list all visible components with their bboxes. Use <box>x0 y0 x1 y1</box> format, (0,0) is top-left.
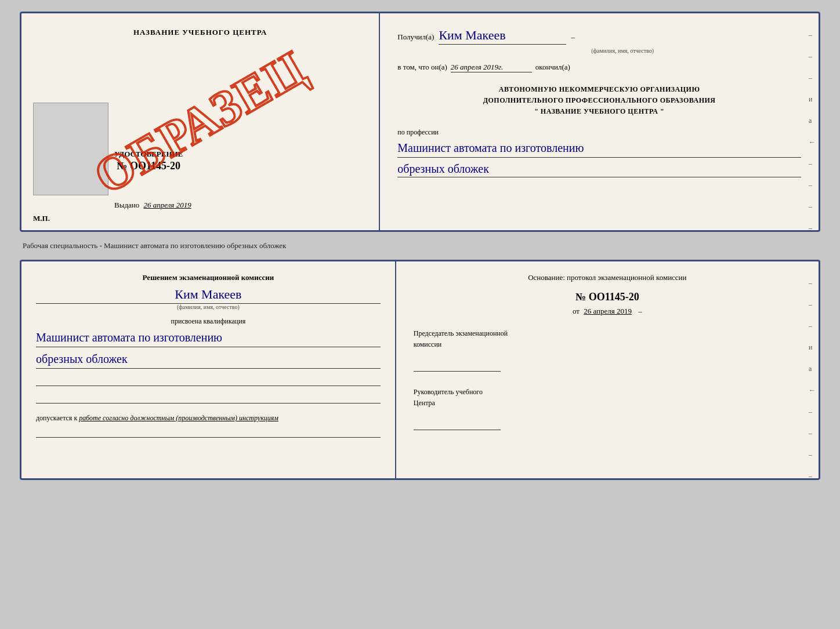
vydano-line: Выдано 26 апреля 2019 <box>114 201 191 210</box>
profession-line2: обрезных обложек <box>397 162 801 177</box>
dash-after-date: – <box>638 307 642 315</box>
udostoverenie-label: УДОСТОВЕРЕНИЕ <box>114 150 183 159</box>
ot-label: от <box>573 307 580 315</box>
protocol-number-bottom: № OO1145-20 <box>414 291 801 303</box>
mp-line: М.П. <box>33 214 50 223</box>
dopuskaetsya-prefix: допускается к <box>36 414 79 422</box>
okonchil-label: окончил(а) <box>535 63 570 72</box>
cert-title: НАЗВАНИЕ УЧЕБНОГО ЦЕНТРА <box>36 28 364 37</box>
udostoverenie-block: УДОСТОВЕРЕНИЕ № OO1145-20 <box>114 150 183 172</box>
v-tom-line: в том, что он(а) 26 апреля 2019г. окончи… <box>397 63 801 72</box>
qualification-line1: Машинист автомата по изготовлению <box>36 329 381 347</box>
completion-date: 26 апреля 2019г. <box>451 63 532 72</box>
poluchil-label: Получил(а) <box>397 32 434 42</box>
po-professii-label: по профессии <box>397 128 801 137</box>
rukovoditel-signature-line <box>414 420 501 430</box>
fio-hint-top: (фамилия, имя, отчество) <box>444 48 801 54</box>
cert-bottom-left: Решением экзаменационной комиссии Ким Ма… <box>21 261 396 478</box>
ot-date-bottom: от 26 апреля 2019 – <box>414 307 801 316</box>
org-line1: АВТОНОМНУЮ НЕКОММЕРЧЕСКУЮ ОРГАНИЗАЦИЮ <box>499 85 700 93</box>
profession-line1: Машинист автомата по изготовлению <box>397 140 801 158</box>
v-tom-label: в том, что он(а) <box>397 63 447 72</box>
watermark: ОБРАЗЕЦ <box>85 38 316 205</box>
rabochaya-specialnost-label: Рабочая специальность - Машинист автомат… <box>23 238 820 254</box>
rukovoditel-line2: Центра <box>414 399 435 407</box>
prisvoena-label: присвоена квалификация <box>36 317 381 326</box>
document-container: НАЗВАНИЕ УЧЕБНОГО ЦЕНТРА УДОСТОВЕРЕНИЕ №… <box>20 12 820 480</box>
dopuskaetsya-text: работе согласно должностным (производств… <box>79 414 278 422</box>
osnovanie-title: Основание: протокол экзаменационной коми… <box>414 273 801 282</box>
qualification-line2: обрезных обложек <box>36 351 381 369</box>
empty-underline-1 <box>36 376 381 386</box>
fio-hint-bottom: (фамилия, имя, отчество) <box>36 304 381 310</box>
chairman-signature-line <box>414 361 501 372</box>
org-line2: ДОПОЛНИТЕЛЬНОГО ПРОФЕССИОНАЛЬНОГО ОБРАЗО… <box>483 96 716 104</box>
chairman-block: Председатель экзаменационной комиссии <box>414 328 801 372</box>
vydano-label: Выдано <box>114 201 139 209</box>
org-name: " НАЗВАНИЕ УЧЕБНОГО ЦЕНТРА " <box>534 107 664 115</box>
udost-number: № OO1145-20 <box>114 160 183 172</box>
empty-underline-3 <box>36 427 381 438</box>
chairman-line1: Председатель экзаменационной <box>414 329 508 337</box>
ot-date-value: 26 апреля 2019 <box>584 307 632 315</box>
cert-top-right: Получил(а) Ким Макеев – (фамилия, имя, о… <box>380 13 819 230</box>
dash-after-name: – <box>571 32 575 42</box>
resheniem-title: Решением экзаменационной комиссии <box>36 273 381 282</box>
rukovoditel-block: Руководитель учебного Центра <box>414 386 801 430</box>
side-dashes-top: – – – и а ← – – – – <box>809 31 816 232</box>
bottom-certificate: Решением экзаменационной комиссии Ким Ма… <box>20 260 820 480</box>
recipient-name-bottom: Ким Макеев <box>36 287 381 304</box>
org-block: АВТОНОМНУЮ НЕКОММЕРЧЕСКУЮ ОРГАНИЗАЦИЮ ДО… <box>397 84 801 118</box>
cert-top-left: НАЗВАНИЕ УЧЕБНОГО ЦЕНТРА УДОСТОВЕРЕНИЕ №… <box>21 13 380 230</box>
top-certificate: НАЗВАНИЕ УЧЕБНОГО ЦЕНТРА УДОСТОВЕРЕНИЕ №… <box>20 12 820 232</box>
chairman-line2: комиссии <box>414 340 442 348</box>
rukovoditel-line1: Руководитель учебного <box>414 388 483 396</box>
side-dashes-bottom: – – – и а ← – – – – <box>809 279 816 481</box>
empty-underline-2 <box>36 393 381 403</box>
poluchil-line: Получил(а) Ким Макеев – <box>397 28 801 45</box>
vydano-date: 26 апреля 2019 <box>144 201 191 209</box>
photo-placeholder <box>33 103 108 195</box>
cert-bottom-right: Основание: протокол экзаменационной коми… <box>396 261 819 478</box>
recipient-name-top: Ким Макеев <box>439 28 566 45</box>
dopuskaetsya-block: допускается к работе согласно должностны… <box>36 414 381 423</box>
